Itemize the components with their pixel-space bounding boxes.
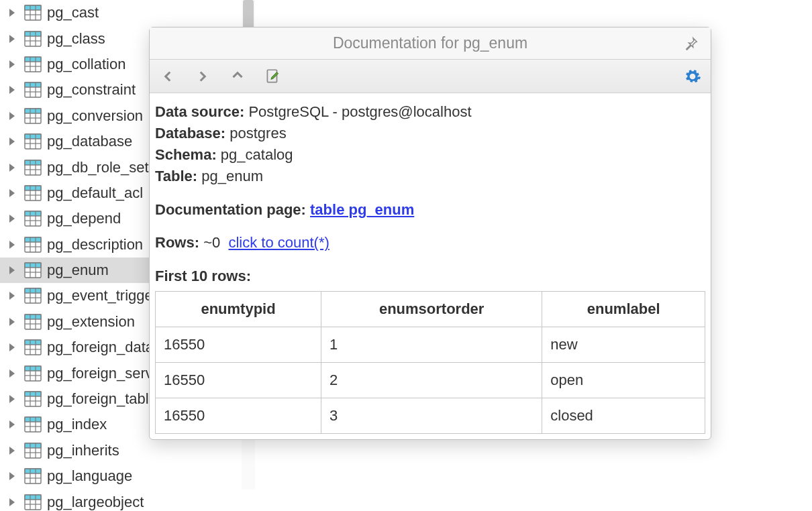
datasource-label: Data source:: [155, 103, 244, 120]
tree-item[interactable]: pg_language: [0, 463, 242, 489]
expand-arrow-icon[interactable]: [3, 343, 21, 352]
expand-arrow-icon[interactable]: [3, 137, 21, 146]
table-icon: [24, 314, 42, 330]
tree-item-label: pg_depend: [47, 210, 121, 227]
svg-rect-66: [25, 340, 41, 345]
up-button[interactable]: [226, 65, 249, 88]
svg-rect-76: [25, 392, 41, 396]
expand-arrow-icon[interactable]: [3, 214, 21, 223]
expand-arrow-icon[interactable]: [3, 394, 21, 404]
edit-button[interactable]: [261, 65, 284, 88]
expand-arrow-icon[interactable]: [3, 266, 21, 275]
table-label: Table:: [155, 168, 197, 184]
tree-item-label: pg_largeobject: [47, 494, 144, 511]
popup-body: Data source: PostgreSQL - postgres@local…: [150, 93, 711, 439]
expand-arrow-icon[interactable]: [3, 163, 21, 172]
expand-arrow-icon[interactable]: [3, 420, 21, 429]
table-line: Table: pg_enum: [155, 166, 705, 187]
expand-arrow-icon[interactable]: [3, 369, 21, 378]
tree-item-label: pg_extension: [47, 313, 135, 331]
popup-title: Documentation for pg_enum: [333, 34, 527, 52]
expand-arrow-icon[interactable]: [3, 471, 21, 481]
svg-rect-21: [25, 109, 41, 113]
expand-arrow-icon[interactable]: [3, 60, 21, 69]
first-rows-label: First 10 rows:: [155, 268, 251, 284]
rows-label: Rows:: [155, 234, 199, 251]
count-link[interactable]: click to count(*): [228, 234, 329, 251]
table-icon: [24, 160, 42, 176]
schema-line: Schema: pg_catalog: [155, 144, 705, 166]
docpage-link[interactable]: table pg_enum: [310, 201, 414, 218]
table-icon: [24, 31, 42, 47]
svg-rect-61: [25, 315, 41, 319]
table-icon: [24, 468, 42, 484]
svg-rect-46: [25, 237, 41, 242]
tree-item-label: pg_inherits: [47, 442, 119, 459]
tree-item-label: pg_constraint: [47, 81, 136, 99]
tree-item[interactable]: pg_cast: [0, 0, 242, 25]
svg-rect-51: [25, 263, 41, 268]
table-icon: [24, 339, 42, 355]
back-button[interactable]: [156, 65, 179, 88]
svg-rect-26: [25, 134, 41, 139]
cell: 1: [321, 327, 542, 363]
expand-arrow-icon[interactable]: [3, 240, 21, 249]
expand-arrow-icon[interactable]: [3, 85, 21, 95]
table-icon: [24, 211, 42, 227]
svg-rect-86: [25, 443, 41, 448]
tree-item[interactable]: pg_inherits: [0, 438, 242, 463]
cell: new: [542, 327, 705, 363]
cell: open: [542, 363, 705, 398]
cell: 16550: [156, 363, 321, 398]
schema-label: Schema:: [155, 146, 217, 163]
table-icon: [24, 82, 42, 98]
table-icon: [24, 108, 42, 124]
expand-arrow-icon[interactable]: [3, 8, 21, 17]
column-header: enumtypid: [156, 292, 321, 327]
table-icon: [24, 237, 42, 253]
table-icon: [24, 365, 42, 382]
pin-button[interactable]: [682, 34, 701, 53]
database-label: Database:: [155, 125, 225, 141]
cell: 2: [321, 363, 542, 398]
expand-arrow-icon[interactable]: [3, 317, 21, 327]
table-icon: [24, 288, 42, 304]
column-header: enumlabel: [542, 292, 705, 327]
popup-toolbar: [150, 60, 711, 93]
svg-rect-56: [25, 288, 41, 293]
expand-arrow-icon[interactable]: [3, 291, 21, 300]
table-icon: [24, 185, 42, 201]
table-row: 165501new: [156, 327, 705, 363]
column-header: enumsortorder: [321, 292, 542, 327]
docpage-line: Documentation page: table pg_enum: [155, 199, 705, 221]
svg-rect-71: [25, 366, 41, 371]
table-icon: [24, 5, 42, 21]
database-value: postgres: [230, 125, 286, 141]
table-row: 165502open: [156, 363, 705, 398]
tree-item-label: pg_collation: [47, 56, 125, 73]
tree-item-label: pg_cast: [47, 4, 99, 21]
tree-item-label: pg_database: [47, 133, 132, 150]
expand-arrow-icon[interactable]: [3, 498, 21, 507]
expand-arrow-icon[interactable]: [3, 34, 21, 44]
settings-button[interactable]: [681, 65, 704, 88]
cell: 16550: [156, 398, 321, 433]
first-rows-table: enumtypidenumsortorderenumlabel 165501ne…: [155, 291, 705, 434]
svg-rect-81: [25, 417, 41, 422]
cell: 16550: [156, 327, 321, 363]
expand-arrow-icon[interactable]: [3, 188, 21, 198]
docpage-label: Documentation page:: [155, 201, 306, 218]
tree-item-label: pg_default_acl: [47, 184, 143, 202]
svg-rect-36: [25, 186, 41, 190]
table-row: 165503closed: [156, 398, 705, 433]
table-icon: [24, 391, 42, 407]
documentation-popup: Documentation for pg_enum Data source:: [149, 27, 711, 440]
svg-rect-31: [25, 160, 41, 165]
tree-item-label: pg_description: [47, 236, 143, 253]
expand-arrow-icon[interactable]: [3, 446, 21, 455]
expand-arrow-icon[interactable]: [3, 111, 21, 121]
tree-item-label: pg_foreign_table: [47, 390, 157, 408]
forward-button[interactable]: [191, 65, 214, 88]
database-line: Database: postgres: [155, 123, 705, 144]
tree-item[interactable]: pg_largeobject: [0, 489, 242, 511]
